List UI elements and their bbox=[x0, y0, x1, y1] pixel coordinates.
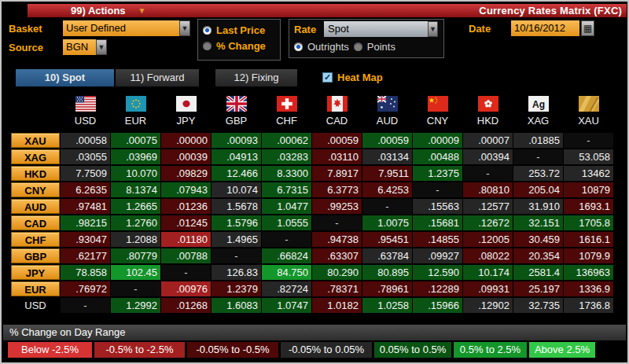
basket-dropdown-arrow-icon[interactable]: ▼ bbox=[179, 20, 190, 36]
rate-cell-chf-gbp[interactable]: 1.4965 bbox=[212, 232, 261, 247]
rate-cell-gbp-cad[interactable]: .63307 bbox=[312, 248, 362, 263]
source-select[interactable]: BGN bbox=[63, 39, 96, 55]
rate-cell-xag-jpy[interactable]: .00039 bbox=[161, 149, 211, 164]
rate-cell-xau-eur[interactable]: .00075 bbox=[111, 133, 160, 148]
row-header-xag[interactable]: XAG bbox=[11, 149, 60, 164]
radio-outrights[interactable] bbox=[294, 42, 303, 51]
rate-cell-hkd-aud[interactable]: 7.9511 bbox=[362, 166, 412, 181]
rate-cell-cny-jpy[interactable]: .07943 bbox=[161, 182, 211, 197]
tab-spot[interactable]: 10) Spot bbox=[16, 69, 114, 86]
rate-cell-xau-usd[interactable]: .00058 bbox=[61, 133, 110, 148]
rate-cell-eur-cad[interactable]: .78371 bbox=[312, 281, 362, 296]
rate-cell-hkd-xau[interactable]: 13462 bbox=[564, 166, 613, 181]
rate-cell-hkd-xag[interactable]: 253.72 bbox=[513, 166, 563, 181]
column-header-jpy[interactable]: JPY bbox=[161, 96, 211, 127]
rate-cell-aud-chf[interactable]: 1.0477 bbox=[262, 199, 311, 214]
rate-cell-aud-eur[interactable]: 1.2665 bbox=[111, 199, 160, 214]
rate-cell-eur-eur[interactable]: - bbox=[111, 281, 160, 296]
rate-cell-xau-gbp[interactable]: .00093 bbox=[212, 133, 261, 148]
rate-cell-aud-hkd[interactable]: .12577 bbox=[463, 199, 513, 214]
rate-cell-xag-gbp[interactable]: .04913 bbox=[212, 149, 261, 164]
rate-cell-jpy-gbp[interactable]: 126.83 bbox=[212, 265, 261, 280]
rate-cell-cny-eur[interactable]: 8.1374 bbox=[111, 182, 160, 197]
rate-cell-chf-aud[interactable]: .95451 bbox=[362, 232, 412, 247]
rate-cell-jpy-cny[interactable]: 12.590 bbox=[413, 265, 462, 280]
rate-cell-cny-cad[interactable]: 6.3773 bbox=[312, 182, 362, 197]
rate-cell-chf-xag[interactable]: 30.459 bbox=[513, 232, 563, 247]
rate-cell-cny-xau[interactable]: 10879 bbox=[564, 182, 613, 197]
rate-cell-cny-hkd[interactable]: .80810 bbox=[463, 182, 513, 197]
rate-cell-usd-cny[interactable]: .15966 bbox=[413, 298, 462, 313]
rate-cell-xag-aud[interactable]: .03134 bbox=[362, 149, 412, 164]
rate-cell-cad-xau[interactable]: 1705.8 bbox=[564, 215, 613, 230]
rate-cell-xau-xau[interactable]: - bbox=[564, 133, 613, 148]
basket-select[interactable]: User Defined bbox=[63, 20, 179, 36]
rate-cell-aud-usd[interactable]: .97481 bbox=[61, 199, 110, 214]
rate-cell-xau-hkd[interactable]: .00007 bbox=[463, 133, 513, 148]
rate-cell-cad-eur[interactable]: 1.2760 bbox=[111, 215, 160, 230]
column-header-xau[interactable]: XAU bbox=[564, 96, 613, 127]
column-header-gbp[interactable]: GBP bbox=[212, 96, 261, 127]
row-header-hkd[interactable]: HKD bbox=[11, 166, 60, 181]
rate-cell-cny-aud[interactable]: 6.4253 bbox=[362, 182, 412, 197]
rate-cell-xau-jpy[interactable]: .00000 bbox=[161, 133, 211, 148]
rate-cell-xag-cny[interactable]: .00488 bbox=[413, 149, 462, 164]
rate-cell-eur-jpy[interactable]: .00976 bbox=[161, 281, 211, 296]
rate-cell-hkd-cny[interactable]: 1.2375 bbox=[413, 166, 462, 181]
tab-forward[interactable]: 11) Forward bbox=[116, 69, 199, 86]
column-header-aud[interactable]: AUD bbox=[362, 96, 412, 127]
rate-cell-cad-usd[interactable]: .98215 bbox=[61, 215, 110, 230]
rate-cell-cad-gbp[interactable]: 1.5796 bbox=[212, 215, 261, 230]
rate-cell-eur-xag[interactable]: 25.197 bbox=[513, 281, 563, 296]
column-header-chf[interactable]: CHF bbox=[262, 96, 311, 127]
rate-cell-chf-eur[interactable]: 1.2088 bbox=[111, 232, 160, 247]
rate-cell-xau-cad[interactable]: .00059 bbox=[312, 133, 362, 148]
rate-cell-aud-cny[interactable]: .15563 bbox=[413, 199, 462, 214]
rate-cell-chf-chf[interactable]: - bbox=[262, 232, 311, 247]
source-dropdown-arrow-icon[interactable]: ▼ bbox=[96, 39, 107, 55]
row-header-cny[interactable]: CNY bbox=[11, 182, 60, 197]
row-header-chf[interactable]: CHF bbox=[11, 232, 60, 247]
rate-cell-cny-cny[interactable]: - bbox=[413, 182, 462, 197]
column-header-cad[interactable]: CAD bbox=[312, 96, 362, 127]
rate-cell-jpy-chf[interactable]: 84.750 bbox=[262, 265, 311, 280]
row-header-cad[interactable]: CAD bbox=[11, 215, 60, 230]
rate-cell-cad-jpy[interactable]: .01245 bbox=[161, 215, 211, 230]
rate-cell-usd-eur[interactable]: 1.2992 bbox=[111, 298, 160, 313]
row-header-jpy[interactable]: JPY bbox=[11, 265, 60, 280]
rate-cell-jpy-usd[interactable]: 78.858 bbox=[61, 265, 110, 280]
rate-dropdown-arrow-icon[interactable]: ▼ bbox=[428, 21, 438, 37]
rate-cell-xau-aud[interactable]: .00059 bbox=[362, 133, 412, 148]
rate-cell-aud-gbp[interactable]: 1.5678 bbox=[212, 199, 261, 214]
rate-cell-gbp-xag[interactable]: 20.354 bbox=[513, 248, 563, 263]
rate-cell-cny-xag[interactable]: 205.04 bbox=[513, 182, 563, 197]
rate-cell-usd-jpy[interactable]: .01268 bbox=[161, 298, 211, 313]
rate-cell-aud-jpy[interactable]: .01236 bbox=[161, 199, 211, 214]
rate-cell-chf-usd[interactable]: .93047 bbox=[61, 232, 110, 247]
rate-cell-jpy-xau[interactable]: 136963 bbox=[564, 265, 613, 280]
rate-cell-cad-xag[interactable]: 32.151 bbox=[513, 215, 563, 230]
rate-cell-usd-cad[interactable]: 1.0182 bbox=[312, 298, 362, 313]
rate-cell-usd-aud[interactable]: 1.0258 bbox=[362, 298, 412, 313]
rate-cell-xag-hkd[interactable]: .00394 bbox=[463, 149, 513, 164]
rate-cell-jpy-xag[interactable]: 2581.4 bbox=[513, 265, 563, 280]
rate-cell-hkd-cad[interactable]: 7.8917 bbox=[312, 166, 362, 181]
rate-cell-gbp-jpy[interactable]: .00788 bbox=[161, 248, 211, 263]
column-header-xag[interactable]: AgXAG bbox=[513, 96, 563, 127]
rate-cell-chf-hkd[interactable]: .12005 bbox=[463, 232, 513, 247]
rate-cell-usd-xau[interactable]: 1736.8 bbox=[564, 298, 613, 313]
rate-cell-xag-chf[interactable]: .03283 bbox=[262, 149, 311, 164]
rate-cell-eur-usd[interactable]: .76972 bbox=[61, 281, 110, 296]
rate-cell-cad-hkd[interactable]: .12672 bbox=[463, 215, 513, 230]
rate-cell-xag-cad[interactable]: .03110 bbox=[312, 149, 362, 164]
rate-cell-usd-usd[interactable]: - bbox=[61, 298, 110, 313]
rate-cell-eur-xau[interactable]: 1336.9 bbox=[564, 281, 613, 296]
rate-cell-hkd-eur[interactable]: 10.070 bbox=[111, 166, 160, 181]
rate-cell-chf-jpy[interactable]: .01180 bbox=[161, 232, 211, 247]
rate-cell-gbp-usd[interactable]: .62177 bbox=[61, 248, 110, 263]
rate-cell-xau-xag[interactable]: .01885 bbox=[513, 133, 563, 148]
rate-cell-cad-cad[interactable]: - bbox=[312, 215, 362, 230]
rate-cell-aud-xau[interactable]: 1693.1 bbox=[564, 199, 613, 214]
rate-cell-usd-hkd[interactable]: .12902 bbox=[463, 298, 513, 313]
heat-map-checkbox[interactable]: ✓ bbox=[322, 72, 333, 83]
